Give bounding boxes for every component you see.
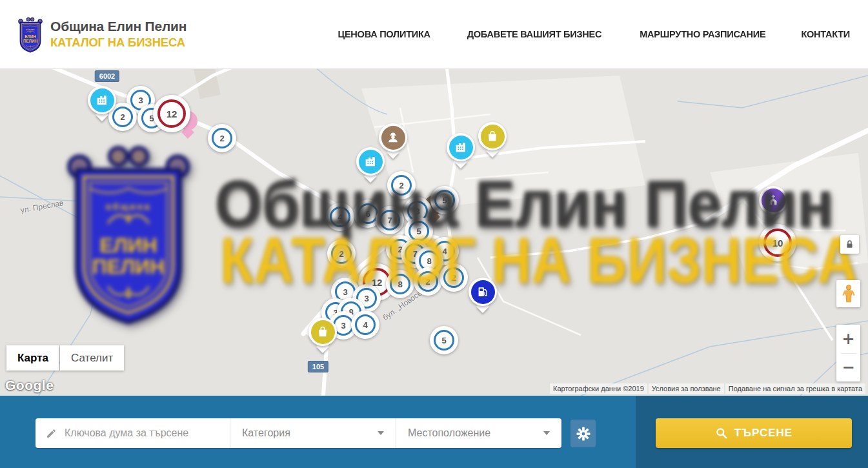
zoom-in-button[interactable]: +	[836, 325, 860, 353]
cluster-marker[interactable]: 2	[208, 124, 236, 152]
search-bar: Категория Местоположение	[0, 396, 868, 468]
map-pin-bag[interactable]	[308, 318, 337, 352]
attribution-copyright: Картографски данни ©2019	[550, 383, 647, 394]
nav-pricing-policy[interactable]: ЦЕНОВА ПОЛИТИКА	[338, 28, 430, 40]
header: община ЕЛИН ПЕЛИН Община Елин Пелин КАТА…	[0, 0, 868, 69]
cluster-count: 4	[355, 314, 376, 335]
cluster-count: 4	[330, 207, 350, 227]
cluster-count: 8	[390, 274, 410, 294]
cluster-marker[interactable]: 4	[351, 310, 379, 339]
map-pin-factory[interactable]	[447, 133, 475, 167]
attribution-report-error-link[interactable]: Подаване на сигнал за грешка в картата	[725, 383, 865, 394]
brand-text: Община Елин Пелин КАТАЛОГ НА БИЗНЕСА	[50, 19, 187, 50]
cluster-marker[interactable]: 2	[387, 171, 416, 199]
category-select-value: Категория	[242, 427, 290, 439]
factory-icon	[363, 154, 378, 168]
location-select[interactable]: Местоположение	[396, 418, 561, 448]
cluster-marker[interactable]: 4	[326, 203, 354, 231]
map-pin-worker[interactable]	[379, 123, 407, 158]
map-pin-fuel[interactable]	[469, 278, 497, 312]
nav-route-schedule[interactable]: МАРШРУТНО РАЗПИСАНИЕ	[640, 28, 765, 40]
lock-button[interactable]	[840, 235, 859, 254]
cluster-count: 10	[763, 229, 792, 257]
cluster-count: 2	[331, 243, 352, 264]
cluster-count: 12	[157, 99, 186, 128]
cluster-count: 2	[391, 175, 412, 196]
category-select[interactable]: Категория	[230, 418, 396, 448]
attribution-terms-link[interactable]: Условия за ползване	[649, 383, 724, 394]
search-button[interactable]: ТЪРСЕНЕ	[656, 418, 852, 448]
google-logo[interactable]: Google	[5, 378, 54, 393]
map-pin-factory[interactable]	[88, 86, 116, 120]
zoom-out-button[interactable]: −	[836, 354, 860, 382]
location-select-value: Местоположение	[408, 427, 490, 439]
church-icon	[766, 193, 780, 207]
lock-icon	[845, 239, 854, 249]
map-pin-bag[interactable]	[478, 122, 507, 156]
cluster-marker[interactable]: 7	[376, 206, 404, 234]
markers-layer: 32512223647552274812822333834510	[0, 69, 868, 396]
svg-text:ПЕЛИН: ПЕЛИН	[23, 39, 38, 43]
cluster-marker[interactable]: 2	[327, 239, 356, 268]
cluster-count: 7	[379, 210, 400, 230]
gear-icon	[576, 427, 590, 441]
cluster-marker[interactable]: 2	[414, 267, 442, 296]
map-view-button[interactable]: Карта	[6, 345, 59, 371]
cluster-marker[interactable]: 5	[430, 186, 459, 214]
cluster-count: 5	[434, 330, 454, 351]
advanced-settings-button[interactable]	[570, 420, 596, 447]
factory-icon	[95, 93, 109, 107]
site-logo[interactable]: община ЕЛИН ПЕЛИН Община Елин Пелин КАТА…	[17, 15, 187, 54]
cluster-count: 5	[409, 221, 429, 241]
cluster-marker[interactable]: 10	[759, 224, 796, 261]
cluster-marker[interactable]: 2	[439, 263, 468, 292]
svg-text:ЕЛИН: ЕЛИН	[25, 34, 36, 39]
fuel-pump-icon	[476, 285, 490, 299]
shopping-bag-icon	[485, 129, 500, 143]
page: община ЕЛИН ПЕЛИН Община Елин Пелин КАТА…	[0, 0, 868, 468]
shopping-bag-icon	[316, 325, 330, 339]
satellite-view-button[interactable]: Сателит	[60, 345, 124, 371]
site-subtitle: КАТАЛОГ НА БИЗНЕСА	[50, 36, 187, 50]
cluster-count: 5	[434, 190, 455, 210]
map-attribution: Картографски данни ©2019 Условия за полз…	[550, 383, 865, 394]
search-fields: Категория Местоположение	[35, 418, 561, 448]
site-title: Община Елин Пелин	[50, 19, 187, 34]
pegman-icon	[842, 284, 856, 303]
keyword-input[interactable]	[65, 427, 222, 439]
cluster-marker[interactable]: 12	[153, 95, 190, 132]
main-nav: ЦЕНОВА ПОЛИТИКА ДОБАВЕТЕ ВАШИЯТ БИЗНЕС М…	[335, 28, 851, 40]
cluster-count: 2	[418, 271, 438, 292]
cluster-count: 2	[443, 267, 464, 288]
keyword-field[interactable]	[35, 418, 230, 448]
search-button-label: ТЪРСЕНЕ	[734, 427, 792, 440]
factory-icon	[454, 140, 468, 154]
pencil-icon	[46, 427, 57, 440]
map-pin-church[interactable]	[759, 186, 787, 220]
municipality-crest-logo: община ЕЛИН ПЕЛИН	[17, 15, 44, 54]
nav-add-business[interactable]: ДОБАВЕТЕ ВАШИЯТ БИЗНЕС	[467, 28, 602, 40]
map-canvas[interactable]: 6002105ул. Преславбул. „Новосел 32512223…	[0, 69, 868, 396]
search-icon	[715, 427, 728, 440]
svg-text:община: община	[26, 28, 35, 31]
worker-icon	[386, 130, 400, 145]
chevron-down-icon	[543, 431, 550, 435]
pegman-button[interactable]	[836, 280, 860, 307]
chevron-down-icon	[378, 431, 384, 435]
cluster-marker[interactable]: 5	[430, 326, 458, 354]
cluster-count: 2	[212, 128, 232, 148]
nav-contacts[interactable]: КОНТАКТИ	[801, 28, 850, 40]
zoom-control: + −	[836, 325, 860, 382]
map-type-control: Карта Сателит	[6, 345, 125, 371]
cluster-marker[interactable]: 8	[386, 270, 414, 298]
